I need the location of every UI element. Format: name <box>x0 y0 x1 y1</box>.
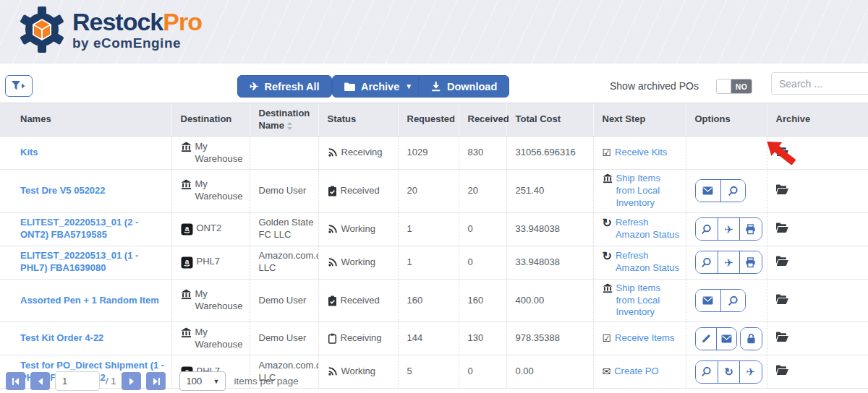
po-name-link[interactable]: ELITEST_20220513_01 (1 - PHL7) FBA163908… <box>20 250 138 273</box>
print-option-button[interactable] <box>739 251 761 273</box>
email-option-button[interactable] <box>696 290 720 311</box>
email-option-button[interactable] <box>696 180 720 202</box>
download-label: Download <box>447 81 497 92</box>
table-row: ELITEST_20220513_01 (1 - PHL7) FBA163908… <box>0 246 868 279</box>
ship-option-button[interactable]: ✈ <box>718 218 739 240</box>
warehouse-icon <box>603 173 613 183</box>
col-header-status[interactable]: Status <box>318 103 398 137</box>
search-input[interactable] <box>771 72 868 95</box>
archive-folder-button[interactable] <box>776 332 788 342</box>
table-row: Assorted Pen + 1 Random Item My Warehous… <box>0 279 868 322</box>
brand-band: RestockPro by eComEngine <box>0 0 868 64</box>
received-value: 130 <box>459 322 506 355</box>
next-step-link[interactable]: Receive Items <box>615 332 674 345</box>
total-cost-value: 33.948038 <box>506 212 593 246</box>
col-header-received[interactable]: Received <box>459 103 506 137</box>
page-size-select[interactable]: 100 ▼ <box>179 371 226 391</box>
next-step-link[interactable]: Ship Items from Local Inventory <box>616 282 681 319</box>
archive-folder-button[interactable] <box>776 146 788 156</box>
caret-down-icon: ▼ <box>405 82 412 90</box>
total-cost-value: 400.00 <box>506 279 593 322</box>
search-option-button[interactable] <box>720 290 745 311</box>
clipboard-check-icon <box>328 186 337 196</box>
filter-button[interactable] <box>5 75 33 97</box>
search-icon <box>728 186 739 196</box>
po-name-link[interactable]: Assorted Pen + 1 Random Item <box>20 295 159 306</box>
prev-page-button[interactable] <box>30 372 50 390</box>
next-step-link[interactable]: Refresh Amazon Status <box>616 250 681 275</box>
status-value: Working <box>341 223 375 236</box>
first-page-button[interactable] <box>6 372 25 390</box>
table-row: Kits My Warehouse Receiving 1029 830 310… <box>0 137 868 170</box>
lock-icon <box>746 333 756 344</box>
archive-folder-button[interactable] <box>776 294 788 304</box>
refresh-icon: ↻ <box>724 366 733 377</box>
col-header-total-cost[interactable]: Total Cost <box>506 103 593 137</box>
ship-option-button[interactable]: ✈ <box>739 361 761 383</box>
warehouse-icon <box>181 142 192 152</box>
items-per-page-label: items per page <box>234 376 298 386</box>
search-icon <box>701 224 712 235</box>
po-name-link[interactable]: ELITEST_20220513_01 (2 - ONT2) FBA571958… <box>20 217 138 240</box>
warehouse-icon <box>181 179 192 190</box>
envelope-icon <box>721 334 732 343</box>
total-cost-value: 251.40 <box>506 170 593 213</box>
show-archived-toggle[interactable]: NO <box>716 79 752 94</box>
envelope-icon <box>702 186 713 195</box>
col-header-names[interactable]: Names <box>0 103 171 137</box>
edit-option-button[interactable] <box>696 328 716 350</box>
archive-button[interactable]: Archive ▼ <box>332 75 425 98</box>
po-name-link[interactable]: Kits <box>20 147 38 157</box>
archive-folder-button[interactable] <box>776 184 788 194</box>
email-option-button[interactable] <box>716 328 736 350</box>
next-step-link[interactable]: Create PO <box>614 366 658 378</box>
next-page-button[interactable] <box>122 372 141 390</box>
received-value: 160 <box>459 279 506 322</box>
col-header-destination[interactable]: Destination <box>171 103 250 137</box>
archive-folder-button[interactable] <box>776 256 788 266</box>
warehouse-icon <box>181 289 192 300</box>
lock-option-button[interactable] <box>741 328 761 350</box>
download-icon <box>430 81 441 92</box>
requested-value: 20 <box>398 170 459 213</box>
destination-name-value: Demo User <box>259 332 307 343</box>
toolbar: ✈ Refresh All Archive ▼ Download Show ar… <box>0 64 868 103</box>
po-name-link[interactable]: Test Kit Order 4-22 <box>20 332 103 343</box>
col-header-options[interactable]: Options <box>686 103 767 137</box>
page-number-input[interactable] <box>55 371 100 391</box>
archive-folder-button[interactable] <box>776 365 788 375</box>
envelope-icon <box>702 296 713 305</box>
printer-icon <box>745 224 756 235</box>
download-button[interactable]: Download <box>418 75 509 98</box>
next-step-link[interactable]: Receive Kits <box>615 147 667 159</box>
first-page-icon <box>12 377 20 386</box>
po-name-link[interactable]: Test Dre V5 052022 <box>20 185 106 196</box>
next-step-link[interactable]: Ship Items from Local Inventory <box>616 173 681 210</box>
col-header-archive[interactable]: Archive <box>767 103 868 137</box>
col-header-requested[interactable]: Requested <box>398 103 459 137</box>
total-cost-value: 31056.696316 <box>506 137 593 170</box>
refresh-option-button[interactable]: ↻ <box>718 361 739 383</box>
destination-value: My Warehouse <box>195 288 245 313</box>
refresh-icon: ↻ <box>603 251 612 262</box>
prev-page-icon <box>36 377 45 386</box>
destination-name-value: Demo User <box>259 295 307 306</box>
search-option-button[interactable] <box>696 218 718 240</box>
search-option-button[interactable] <box>696 251 718 273</box>
rss-icon <box>328 147 338 157</box>
last-page-button[interactable] <box>146 372 166 390</box>
received-value: 830 <box>459 137 506 170</box>
restockpro-app: RestockPro by eComEngine ✈ Refresh All A… <box>0 0 868 393</box>
received-value: 0 <box>459 246 506 279</box>
search-option-button[interactable] <box>720 180 745 202</box>
requested-value: 1 <box>398 212 459 246</box>
col-header-next-step[interactable]: Next Step <box>593 103 686 137</box>
next-step-link[interactable]: Refresh Amazon Status <box>616 217 681 241</box>
archive-folder-button[interactable] <box>776 223 788 233</box>
col-header-destination-name[interactable]: Destination Name <box>250 103 318 137</box>
print-option-button[interactable] <box>739 218 761 240</box>
search-option-button[interactable] <box>696 361 718 383</box>
ship-option-button[interactable]: ✈ <box>718 251 739 273</box>
requested-value: 1 <box>398 246 459 279</box>
refresh-all-button[interactable]: ✈ Refresh All <box>237 75 332 98</box>
